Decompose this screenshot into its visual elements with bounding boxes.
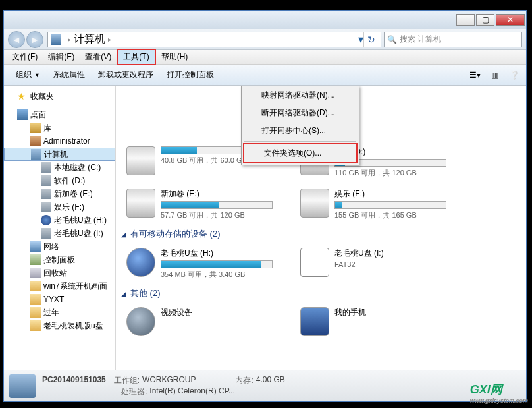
sidebar-computer[interactable]: 计算机 xyxy=(4,148,115,161)
breadcrumb-sep: ▸ xyxy=(108,36,111,43)
drive-icon xyxy=(41,228,51,239)
usb-icon xyxy=(41,215,51,225)
explorer-window: — ▢ ✕ ◄ ► ▸ 计算机 ▸ ▾ ↻ 🔍 搜索 计算机 文件(F) 编辑(… xyxy=(3,10,527,402)
sidebar-recycle[interactable]: 回收站 xyxy=(4,266,115,279)
cpanel-icon xyxy=(30,254,41,265)
sidebar-drive-c[interactable]: 本地磁盘 (C:) xyxy=(4,161,115,174)
refresh-button[interactable]: ↻ xyxy=(363,32,378,47)
folder-icon xyxy=(30,307,41,318)
toolbar: 组织▼ 系统属性 卸载或更改程序 打开控制面板 ☰▾ ▥ ❔ xyxy=(4,65,526,86)
titlebar[interactable]: — ▢ ✕ xyxy=(4,11,526,29)
drive-h[interactable]: 老毛桃U盘 (H:) 354 MB 可用，共 3.40 GB xyxy=(122,244,294,283)
cpu-value: Intel(R) Celeron(R) CP... xyxy=(149,386,235,397)
sidebar-drive-f[interactable]: 娱乐 (F:) xyxy=(4,200,115,214)
drive-e[interactable]: 新加卷 (E:) 57.7 GB 可用，共 120 GB xyxy=(122,185,294,224)
network-icon xyxy=(30,241,41,252)
toolbar-control-panel[interactable]: 打开控制面板 xyxy=(160,67,221,83)
hdd-icon xyxy=(126,189,155,218)
drive-name: 老毛桃U盘 (H:) xyxy=(161,248,290,259)
breadcrumb-computer[interactable]: 计算机 xyxy=(74,32,105,46)
close-button[interactable]: ✕ xyxy=(496,14,525,26)
drive-stat: 57.7 GB 可用，共 120 GB xyxy=(161,210,290,220)
sidebar-network[interactable]: 网络 xyxy=(4,240,115,253)
phone-icon xyxy=(300,307,329,336)
folder-icon xyxy=(30,294,41,305)
nav-pane[interactable]: ★收藏夹 桌面 库 Administrator 计算机 本地磁盘 (C:) 软件… xyxy=(4,86,116,370)
menu-help[interactable]: 帮助(H) xyxy=(156,50,194,64)
menu-edit[interactable]: 编辑(E) xyxy=(43,50,80,64)
menu-view[interactable]: 查看(V) xyxy=(80,50,117,64)
desktop-icon xyxy=(17,109,28,120)
device-name: 视频设备 xyxy=(161,307,290,318)
body: ★收藏夹 桌面 库 Administrator 计算机 本地磁盘 (C:) 软件… xyxy=(4,86,526,370)
section-removable[interactable]: ◢有可移动存储的设备 (2) xyxy=(121,225,521,243)
toolbar-sysprops[interactable]: 系统属性 xyxy=(47,67,92,83)
drive-icon xyxy=(41,189,51,199)
watermark: GXI网 www.gxlsystem.com xyxy=(470,382,528,404)
drive-f[interactable]: 娱乐 (F:) 155 GB 可用，共 165 GB xyxy=(296,185,467,224)
menu-sync-center[interactable]: 打开同步中心(S)... xyxy=(242,122,359,140)
help-icon[interactable]: ❔ xyxy=(508,69,521,82)
toolbar-organize[interactable]: 组织▼ xyxy=(9,67,47,83)
drive-i[interactable]: 老毛桃U盘 (I:) FAT32 xyxy=(296,244,467,283)
other-group: 视频设备 我的手机 xyxy=(121,302,521,341)
menu-disconnect-drive[interactable]: 断开网络驱动器(D)... xyxy=(242,104,359,122)
minimize-button[interactable]: — xyxy=(456,14,475,26)
sidebar-drive-i[interactable]: 老毛桃U盘 (I:) xyxy=(4,227,115,240)
sidebar-drive-d[interactable]: 软件 (D:) xyxy=(4,174,115,187)
usage-bar xyxy=(161,201,273,209)
search-box[interactable]: 🔍 搜索 计算机 xyxy=(384,32,522,47)
status-text: PC201409151035 工作组:WORKGROUP 内存:4.00 GB … xyxy=(42,375,521,397)
star-icon: ★ xyxy=(17,91,28,102)
address-bar: ◄ ► ▸ 计算机 ▸ ▾ ↻ 🔍 搜索 计算机 xyxy=(4,29,526,50)
collapse-icon: ◢ xyxy=(121,290,126,297)
device-phone[interactable]: 我的手机 xyxy=(296,303,467,340)
sidebar-desktop[interactable]: 桌面 xyxy=(4,108,115,121)
sidebar-folder-lmt[interactable]: 老毛桃装机版u盘 xyxy=(4,319,115,332)
nav-back-button[interactable]: ◄ xyxy=(8,31,25,48)
content-pane[interactable]: 映射网络驱动器(N)... 断开网络驱动器(D)... 打开同步中心(S)...… xyxy=(116,86,526,370)
menu-file[interactable]: 文件(F) xyxy=(7,50,43,64)
preview-pane-icon[interactable]: ▥ xyxy=(488,69,501,82)
drive-name: 娱乐 (F:) xyxy=(334,189,464,200)
sidebar-folder-yyxt[interactable]: YYXT xyxy=(4,293,115,306)
drive-name: 新加卷 (E:) xyxy=(161,189,290,200)
computer-icon xyxy=(51,34,61,45)
workgroup-value: WORKGROUP xyxy=(142,375,196,386)
drive-icon xyxy=(41,162,51,173)
library-icon xyxy=(30,123,41,133)
maximize-button[interactable]: ▢ xyxy=(476,14,494,26)
status-bar: PC201409151035 工作组:WORKGROUP 内存:4.00 GB … xyxy=(4,370,526,401)
sidebar-admin[interactable]: Administrator xyxy=(4,134,115,148)
collapse-icon: ◢ xyxy=(121,231,126,238)
dropdown-icon[interactable]: ▾ xyxy=(358,33,363,45)
sidebar-control-panel[interactable]: 控制面板 xyxy=(4,253,115,266)
drive-icon xyxy=(41,202,51,212)
device-video[interactable]: 视频设备 xyxy=(122,303,294,340)
breadcrumb-sep: ▸ xyxy=(68,36,71,43)
folder-icon xyxy=(30,320,41,331)
sidebar-favorites[interactable]: ★收藏夹 xyxy=(4,90,115,103)
menu-tools[interactable]: 工具(T) xyxy=(117,49,155,65)
sidebar-libraries[interactable]: 库 xyxy=(4,121,115,134)
tools-dropdown: 映射网络驱动器(N)... 断开网络驱动器(D)... 打开同步中心(S)...… xyxy=(241,86,359,165)
removable-group: 老毛桃U盘 (H:) 354 MB 可用，共 3.40 GB 老毛桃U盘 (I:… xyxy=(121,243,521,285)
recycle-icon xyxy=(30,268,41,278)
nav-forward-button[interactable]: ► xyxy=(26,31,43,48)
toolbar-uninstall[interactable]: 卸载或更改程序 xyxy=(92,67,160,83)
user-icon xyxy=(30,136,41,146)
menu-map-drive[interactable]: 映射网络驱动器(N)... xyxy=(242,86,359,104)
sidebar-drive-e[interactable]: 新加卷 (E:) xyxy=(4,187,115,200)
usage-bar xyxy=(161,260,273,268)
address-box[interactable]: ▸ 计算机 ▸ ▾ ↻ xyxy=(47,32,381,47)
view-mode-icon[interactable]: ☰▾ xyxy=(468,69,481,82)
sidebar-drive-h[interactable]: 老毛桃U盘 (H:) xyxy=(4,214,115,227)
section-other[interactable]: ◢其他 (2) xyxy=(121,285,521,302)
usage-bar xyxy=(334,201,446,209)
menu-folder-options[interactable]: 文件夹选项(O)... xyxy=(243,143,358,163)
sidebar-folder-boot[interactable]: win7系统开机画面 xyxy=(4,279,115,293)
search-icon: 🔍 xyxy=(387,35,397,44)
sidebar-folder-lastyear[interactable]: 过年 xyxy=(4,306,115,319)
folder-icon xyxy=(30,281,41,291)
drive-stat: 110 GB 可用，共 120 GB xyxy=(334,168,464,178)
